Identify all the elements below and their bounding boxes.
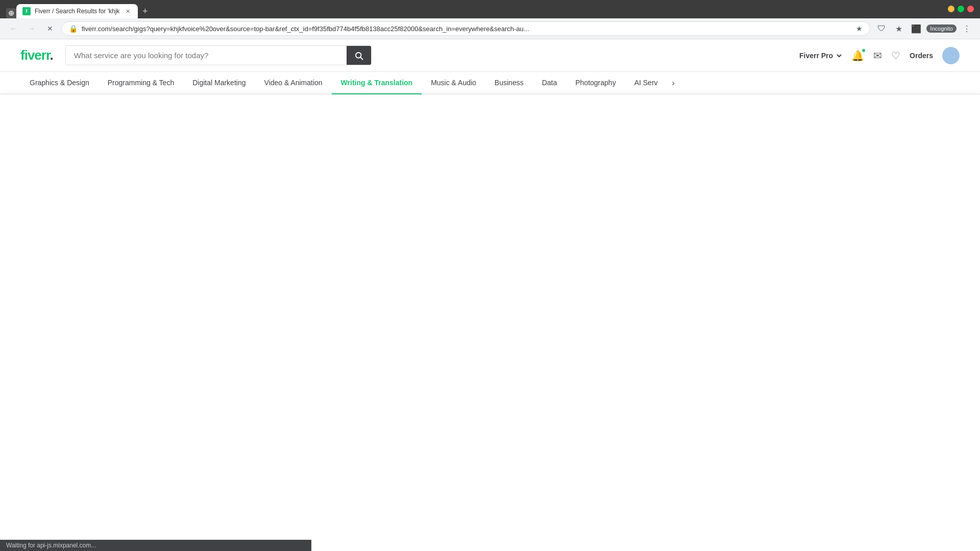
nav-item-business[interactable]: Business	[485, 72, 533, 94]
bookmark-star-icon[interactable]: ★	[892, 21, 906, 36]
orders-link[interactable]: Orders	[910, 52, 933, 60]
incognito-badge: Incognito	[926, 24, 957, 33]
tab-group-icon[interactable]	[6, 8, 16, 18]
tab-favicon: f	[22, 7, 31, 15]
wishlist-icon[interactable]: ♡	[891, 49, 900, 62]
address-text: fiverr.com/search/gigs?query=khjkfvoice%…	[82, 25, 852, 33]
nav-item-digital-marketing[interactable]: Digital Marketing	[183, 72, 255, 94]
nav-item-photography[interactable]: Photography	[566, 72, 625, 94]
reload-button[interactable]: ✕	[43, 21, 57, 36]
fiverr-pro-button[interactable]: Fiverr Pro	[799, 52, 842, 60]
notification-dot	[862, 48, 866, 53]
browser-menu-icon[interactable]: ⋮	[960, 21, 974, 36]
fiverr-logo[interactable]: fiverr.	[20, 47, 53, 63]
user-avatar[interactable]	[942, 47, 960, 64]
new-tab-button[interactable]: +	[138, 4, 152, 18]
browser-tab-active[interactable]: f Fiverr / Search Results for 'khjk ✕	[16, 4, 138, 18]
nav-item-music[interactable]: Music & Audio	[422, 72, 485, 94]
window-maximize[interactable]	[958, 6, 964, 12]
messages-icon[interactable]: ✉	[873, 49, 882, 62]
nav-item-ai[interactable]: AI Serv	[625, 72, 667, 94]
notification-icon[interactable]: 🔔	[851, 49, 864, 62]
nav-item-writing[interactable]: Writing & Translation	[332, 72, 422, 94]
forward-button[interactable]: →	[24, 21, 39, 36]
nav-item-video[interactable]: Video & Animation	[255, 72, 331, 94]
nav-more-button[interactable]: ›	[667, 72, 680, 94]
address-bar[interactable]: 🔒 fiverr.com/search/gigs?query=khjkfvoic…	[61, 21, 870, 36]
nav-item-programming[interactable]: Programming & Tech	[99, 72, 183, 94]
back-button[interactable]: ←	[6, 21, 20, 36]
window-close[interactable]	[967, 6, 974, 12]
tab-close-icon[interactable]: ✕	[124, 7, 132, 15]
extension-icon[interactable]: 🛡	[874, 21, 889, 36]
lock-icon: 🔒	[69, 24, 78, 33]
search-button[interactable]	[347, 46, 371, 65]
profile-switch-icon[interactable]: ⬛	[909, 21, 923, 36]
search-bar	[65, 45, 372, 65]
svg-line-4	[360, 57, 362, 59]
header-right: Fiverr Pro 🔔 ✉ ♡ Orders	[799, 47, 960, 64]
nav-item-graphics[interactable]: Graphics & Design	[20, 72, 99, 94]
tab-title: Fiverr / Search Results for 'khjk	[35, 8, 119, 15]
bookmark-icon[interactable]: ★	[856, 24, 863, 33]
search-input[interactable]	[66, 46, 347, 65]
nav-item-data[interactable]: Data	[533, 72, 567, 94]
window-minimize[interactable]	[948, 6, 954, 12]
